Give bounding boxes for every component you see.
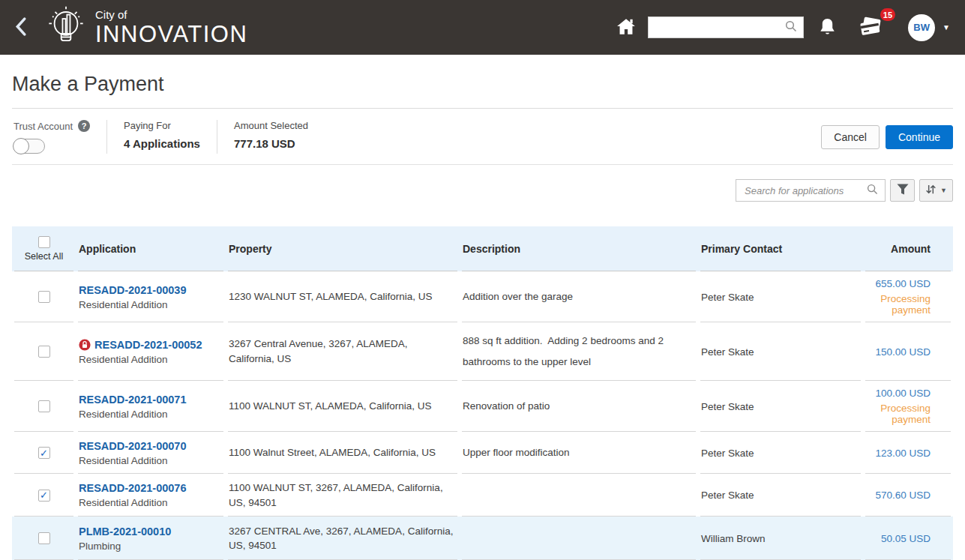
row-checkbox-cell xyxy=(12,271,76,322)
amount-value: 150.00 USD xyxy=(866,346,931,358)
application-cell: PLMB-2021-00010Plumbing xyxy=(76,517,226,560)
amount-cell: 50.05 USD xyxy=(863,517,953,560)
application-cell: RESADD-2021-00039Residential Addition xyxy=(76,271,226,322)
primary-contact-cell: Peter Skate xyxy=(698,322,863,381)
column-header-primary-contact: Primary Contact xyxy=(698,226,863,271)
row-checkbox[interactable] xyxy=(38,400,50,412)
application-id-line: RESADD-2021-00039 xyxy=(79,284,221,296)
application-link[interactable]: PLMB-2021-00010 xyxy=(79,526,171,538)
select-all-label: Select All xyxy=(12,251,76,262)
trust-account-label: Trust Account xyxy=(13,121,73,132)
filter-button[interactable] xyxy=(890,179,915,202)
lightbulb-logo-icon xyxy=(44,4,88,51)
primary-contact-cell: Peter Skate xyxy=(698,271,863,322)
application-link[interactable]: RESADD-2021-00076 xyxy=(79,482,186,494)
title-section: Make a Payment xyxy=(12,55,953,109)
amount-value: 570.60 USD xyxy=(866,490,931,501)
description-cell: Upper floor modification xyxy=(460,432,698,474)
payment-cart-button[interactable]: 15 xyxy=(857,15,884,40)
notifications-button[interactable] xyxy=(819,17,836,38)
application-type: Residential Addition xyxy=(79,497,221,508)
application-type: Plumbing xyxy=(79,541,221,552)
table-row: RESADD-2021-00070Residential Addition110… xyxy=(12,432,953,474)
row-checkbox[interactable] xyxy=(38,490,50,502)
global-search-input[interactable] xyxy=(655,21,785,34)
column-header-application: Application xyxy=(76,226,226,271)
paying-for-section: Paying For 4 Applications xyxy=(106,120,217,154)
application-cell: RESADD-2021-00071Residential Addition xyxy=(76,381,226,432)
row-checkbox[interactable] xyxy=(38,346,50,358)
help-icon[interactable]: ? xyxy=(78,120,90,132)
property-cell: 1230 WALNUT ST, ALAMEDA, California, US xyxy=(226,271,460,322)
top-header: City of INNOVATION xyxy=(0,0,965,55)
application-link[interactable]: RESADD-2021-00039 xyxy=(79,284,186,296)
application-id-line: PLMB-2021-00010 xyxy=(79,526,221,538)
row-checkbox[interactable] xyxy=(38,291,50,303)
application-id-line: RESADD-2021-00076 xyxy=(79,482,221,494)
application-type: Residential Addition xyxy=(79,299,221,310)
application-id-line: RESADD-2021-00052 xyxy=(79,339,221,351)
application-cell: RESADD-2021-00052Residential Addition xyxy=(76,322,226,381)
amount-cell: 100.00 USDProcessing payment xyxy=(863,381,953,432)
description-cell xyxy=(460,517,698,560)
row-checkbox-cell xyxy=(12,432,76,474)
application-id-line: RESADD-2021-00070 xyxy=(79,440,221,452)
sort-button[interactable]: ▼ xyxy=(919,179,953,202)
property-cell: 1100 Walnut Street, ALAMEDA, California,… xyxy=(226,432,460,474)
chevron-left-icon xyxy=(15,17,26,38)
application-link[interactable]: RESADD-2021-00071 xyxy=(79,394,186,406)
city-logo: City of INNOVATION xyxy=(44,4,247,51)
table-header-row: Select All Application Property Descript… xyxy=(12,226,953,271)
select-all-checkbox[interactable] xyxy=(38,236,50,248)
global-search-box xyxy=(648,16,804,38)
applications-search-input[interactable] xyxy=(743,184,867,197)
column-header-description: Description xyxy=(460,226,698,271)
bell-icon xyxy=(819,17,836,38)
amount-value: 655.00 USD xyxy=(866,278,931,289)
description-cell: Addition over the garage xyxy=(460,271,698,322)
avatar[interactable]: BW xyxy=(908,14,935,41)
payment-status: Processing payment xyxy=(866,403,931,425)
row-checkbox[interactable] xyxy=(38,447,50,459)
logo-text-small: City of xyxy=(95,9,247,20)
description-cell xyxy=(460,474,698,517)
home-button[interactable] xyxy=(616,17,636,37)
continue-button[interactable]: Continue xyxy=(886,125,953,149)
page-title: Make a Payment xyxy=(12,73,953,96)
column-header-property: Property xyxy=(226,226,460,271)
property-cell: 1100 WALNUT ST, 3267, ALAMEDA, Californi… xyxy=(226,474,460,517)
row-checkbox[interactable] xyxy=(38,532,50,544)
application-type: Residential Addition xyxy=(79,409,221,420)
row-checkbox-cell xyxy=(12,474,76,517)
applications-table-body: RESADD-2021-00039Residential Addition123… xyxy=(12,271,953,560)
amount-value: 100.00 USD xyxy=(866,388,931,399)
amount-cell: 570.60 USD xyxy=(863,474,953,517)
table-row: RESADD-2021-00052Residential Addition326… xyxy=(12,322,953,381)
amount-selected-label: Amount Selected xyxy=(234,120,308,131)
cancel-button[interactable]: Cancel xyxy=(821,125,880,149)
trust-account-toggle[interactable] xyxy=(13,139,45,154)
back-button[interactable] xyxy=(15,17,26,38)
amount-selected-value: 777.18 USD xyxy=(234,137,308,150)
primary-contact-cell: William Brown xyxy=(698,517,863,560)
toggle-knob xyxy=(13,138,29,154)
primary-contact-cell: Peter Skate xyxy=(698,432,863,474)
property-cell: 3267 Central Avenue, 3267, ALAMEDA, Cali… xyxy=(226,322,460,381)
application-type: Residential Addition xyxy=(79,455,221,466)
logo-text-large: INNOVATION xyxy=(95,22,247,46)
search-icon xyxy=(785,20,797,35)
table-row: RESADD-2021-00039Residential Addition123… xyxy=(12,271,953,322)
table-row: RESADD-2021-00071Residential Addition110… xyxy=(12,381,953,432)
application-link[interactable]: RESADD-2021-00070 xyxy=(79,440,186,452)
home-icon xyxy=(616,17,636,37)
search-icon xyxy=(867,184,878,198)
avatar-initials: BW xyxy=(913,22,930,33)
amount-cell: 123.00 USD xyxy=(863,432,953,474)
table-row: PLMB-2021-00010Plumbing3267 CENTRAL Ave,… xyxy=(12,517,953,560)
applications-table: Select All Application Property Descript… xyxy=(12,226,953,560)
property-cell: 1100 WALNUT ST, ALAMEDA, California, US xyxy=(226,381,460,432)
paying-for-value: 4 Applications xyxy=(124,137,200,150)
application-link[interactable]: RESADD-2021-00052 xyxy=(94,339,202,351)
avatar-menu-caret-icon[interactable]: ▼ xyxy=(943,23,950,31)
row-checkbox-cell xyxy=(12,322,76,381)
